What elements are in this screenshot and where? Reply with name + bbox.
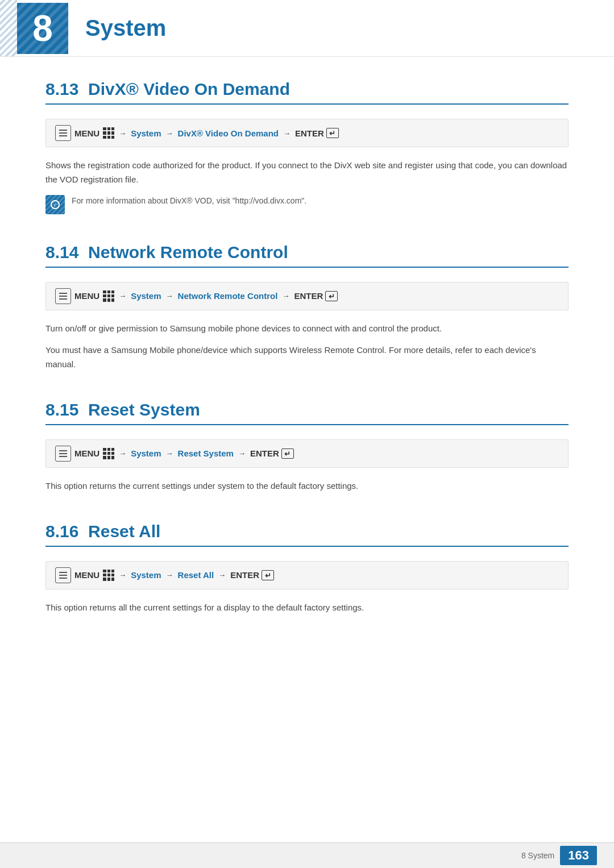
section-8-16: 8.16 Reset All MENU → System → Reset All… bbox=[45, 522, 569, 615]
page-footer: 8 System 163 bbox=[0, 842, 614, 868]
header-stripe-decoration bbox=[0, 0, 17, 56]
section-8-15: 8.15 Reset System MENU → System → Reset … bbox=[45, 400, 569, 493]
chapter-number-box: 8 bbox=[17, 3, 68, 54]
chapter-number: 8 bbox=[32, 10, 53, 47]
grid-icon-8-15 bbox=[103, 448, 114, 459]
arrow-3-8-14: → bbox=[282, 292, 289, 300]
system-label-8-14: System bbox=[131, 291, 161, 301]
svg-rect-4 bbox=[59, 296, 67, 297]
menu-label-8-13: MENU bbox=[74, 128, 99, 138]
body-text-8-15: This option returns the current settings… bbox=[45, 479, 569, 493]
section-8-14: 8.14 Network Remote Control MENU → Syste… bbox=[45, 243, 569, 372]
section-title-8-14: 8.14 Network Remote Control bbox=[45, 243, 569, 268]
system-label-8-13: System bbox=[131, 128, 161, 138]
menu-icon-8-13 bbox=[55, 125, 71, 141]
menu-label-8-14: MENU bbox=[74, 291, 99, 301]
footer-chapter-label: 8 System bbox=[521, 851, 554, 860]
enter-label-8-14: ENTER bbox=[294, 291, 338, 301]
section-8-13: 8.13 DivX® Video On Demand MENU → System… bbox=[45, 80, 569, 214]
enter-label-8-16: ENTER bbox=[230, 570, 274, 580]
svg-rect-9 bbox=[59, 572, 67, 573]
body-text-8-16: This option returns all the current sett… bbox=[45, 601, 569, 615]
svg-rect-1 bbox=[59, 132, 67, 134]
main-content: 8.13 DivX® Video On Demand MENU → System… bbox=[0, 57, 614, 688]
section-title-8-16: 8.16 Reset All bbox=[45, 522, 569, 547]
system-label-8-16: System bbox=[131, 570, 161, 580]
grid-icon-8-14 bbox=[103, 290, 114, 302]
note-icon-8-13 bbox=[45, 195, 65, 214]
note-text-8-13: For more information about DivX® VOD, vi… bbox=[72, 195, 306, 207]
enter-icon-8-16 bbox=[262, 570, 274, 580]
item-label-8-14: Network Remote Control bbox=[178, 291, 278, 301]
enter-label-8-15: ENTER bbox=[250, 448, 294, 459]
arrow-1-8-13: → bbox=[119, 129, 126, 138]
item-label-8-13: DivX® Video On Demand bbox=[178, 128, 279, 138]
arrow-2-8-14: → bbox=[166, 292, 173, 300]
svg-rect-11 bbox=[59, 578, 67, 579]
section-title-8-13: 8.13 DivX® Video On Demand bbox=[45, 80, 569, 105]
section-title-8-15: 8.15 Reset System bbox=[45, 400, 569, 425]
svg-rect-10 bbox=[59, 575, 67, 576]
arrow-1-8-15: → bbox=[119, 449, 126, 458]
body-text-8-14-2: You must have a Samsung Mobile phone/dev… bbox=[45, 343, 569, 372]
nav-breadcrumb-8-13: MENU → System → DivX® Video On Demand → … bbox=[45, 119, 569, 147]
arrow-1-8-16: → bbox=[119, 571, 126, 579]
footer-page-number: 163 bbox=[560, 846, 597, 865]
grid-icon-8-16 bbox=[103, 570, 114, 581]
note-icon-inner-8-13 bbox=[51, 200, 60, 209]
item-label-8-16: Reset All bbox=[178, 570, 214, 580]
menu-label-8-15: MENU bbox=[74, 448, 99, 458]
enter-icon-8-13 bbox=[326, 128, 339, 138]
grid-icon-8-13 bbox=[103, 127, 114, 139]
menu-icon-8-15 bbox=[55, 446, 71, 462]
item-label-8-15: Reset System bbox=[178, 448, 234, 458]
enter-icon-8-14 bbox=[325, 291, 338, 301]
svg-rect-2 bbox=[59, 135, 67, 136]
page-header: 8 System bbox=[0, 0, 614, 57]
body-text-8-13: Shows the registration code authorized f… bbox=[45, 159, 569, 187]
menu-icon-8-16 bbox=[55, 567, 71, 583]
svg-rect-0 bbox=[59, 130, 67, 131]
arrow-2-8-16: → bbox=[166, 571, 173, 579]
arrow-3-8-16: → bbox=[218, 571, 226, 579]
body-text-8-14-1: Turn on/off or give permission to Samsun… bbox=[45, 322, 569, 336]
enter-icon-8-15 bbox=[281, 448, 294, 459]
note-box-8-13: For more information about DivX® VOD, vi… bbox=[45, 195, 569, 214]
system-label-8-15: System bbox=[131, 448, 161, 458]
chapter-title: System bbox=[85, 15, 166, 41]
svg-rect-3 bbox=[59, 293, 67, 294]
svg-rect-8 bbox=[59, 456, 67, 457]
svg-rect-7 bbox=[59, 453, 67, 454]
arrow-1-8-14: → bbox=[119, 292, 126, 300]
nav-breadcrumb-8-16: MENU → System → Reset All → ENTER bbox=[45, 561, 569, 589]
nav-breadcrumb-8-14: MENU → System → Network Remote Control →… bbox=[45, 282, 569, 310]
arrow-2-8-13: → bbox=[166, 129, 173, 138]
arrow-3-8-13: → bbox=[283, 129, 291, 138]
arrow-2-8-15: → bbox=[166, 449, 173, 458]
nav-breadcrumb-8-15: MENU → System → Reset System → ENTER bbox=[45, 439, 569, 468]
svg-rect-5 bbox=[59, 298, 67, 300]
menu-label-8-16: MENU bbox=[74, 570, 99, 580]
svg-rect-6 bbox=[59, 450, 67, 451]
enter-label-8-13: ENTER bbox=[295, 128, 339, 138]
arrow-3-8-15: → bbox=[238, 449, 246, 458]
menu-icon-8-14 bbox=[55, 288, 71, 304]
